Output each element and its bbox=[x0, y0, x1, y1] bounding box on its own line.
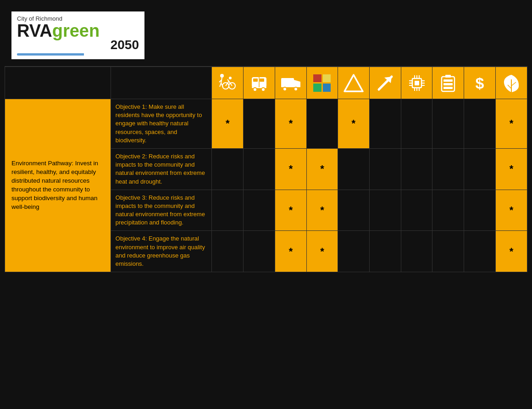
objective-cell-3: Objective 3: Reduce risks and impacts to… bbox=[111, 190, 212, 231]
data-cell-r3-c9 bbox=[464, 190, 496, 231]
icon-cell-bus bbox=[244, 67, 275, 99]
data-cell-r2-c5 bbox=[338, 148, 369, 190]
data-cell-r4-c4: * bbox=[307, 231, 338, 272]
data-cell-r2-c8 bbox=[432, 148, 464, 190]
svg-point-16 bbox=[261, 88, 265, 91]
leaf-icon bbox=[499, 71, 523, 95]
logo-green: green bbox=[52, 22, 100, 39]
data-cell-r2-c1 bbox=[212, 148, 244, 190]
svg-point-15 bbox=[253, 88, 257, 91]
data-cell-r4-c1 bbox=[212, 231, 244, 272]
data-cell-r4-c10: * bbox=[496, 231, 527, 272]
data-cell-r1-c4 bbox=[307, 99, 338, 149]
data-cell-r2-c10: * bbox=[496, 148, 527, 190]
data-cell-r2-c7 bbox=[401, 148, 432, 190]
data-cell-r1-c3: * bbox=[275, 99, 307, 149]
logo-box: City of Richmond RVA green 2050 bbox=[11, 11, 144, 59]
data-cell-r3-c4: * bbox=[307, 190, 338, 231]
data-cell-r3-c6 bbox=[369, 190, 401, 231]
sq-blue bbox=[323, 84, 331, 92]
svg-point-0 bbox=[220, 74, 224, 78]
svg-point-22 bbox=[294, 87, 298, 91]
objective-cell-2: Objective 2: Reduce risks and impacts to… bbox=[111, 148, 212, 190]
sq-red bbox=[313, 74, 321, 83]
svg-rect-27 bbox=[415, 81, 419, 85]
icon-cell-arrow bbox=[369, 67, 401, 99]
data-cell-r4-c8 bbox=[432, 231, 464, 272]
data-cell-r4-c7 bbox=[401, 231, 432, 272]
svg-rect-42 bbox=[443, 87, 453, 89]
table-row: Environment Pathway: Invest in resilient… bbox=[5, 99, 527, 149]
objective-cell-1: Objective 1: Make sure all residents hav… bbox=[111, 99, 212, 149]
page-wrapper: City of Richmond RVA green 2050 bbox=[0, 0, 532, 409]
triangle-icon bbox=[342, 71, 366, 95]
bus-icon bbox=[247, 71, 271, 95]
data-cell-r1-c8 bbox=[432, 99, 464, 149]
data-cell-r1-c1: * bbox=[212, 99, 244, 149]
data-cell-r1-c2 bbox=[244, 99, 275, 149]
logo-year: 2050 bbox=[111, 38, 139, 52]
data-cell-r4-c6 bbox=[369, 231, 401, 272]
svg-line-9 bbox=[227, 79, 229, 81]
data-cell-r3-c3: * bbox=[275, 190, 307, 231]
data-cell-r2-c2 bbox=[244, 148, 275, 190]
svg-rect-13 bbox=[260, 78, 264, 82]
truck-icon bbox=[279, 71, 303, 95]
icon-header-row: $ bbox=[5, 67, 527, 99]
main-table: $ bbox=[5, 67, 527, 272]
icon-cell-battery bbox=[432, 67, 464, 99]
data-cell-r1-c6 bbox=[369, 99, 401, 149]
data-cell-r4-c3: * bbox=[275, 231, 307, 272]
data-cell-r2-c4: * bbox=[307, 148, 338, 190]
sq-yellow bbox=[323, 74, 331, 83]
svg-line-1 bbox=[221, 78, 222, 83]
data-cell-r4-c9 bbox=[464, 231, 496, 272]
data-cell-r1-c7 bbox=[401, 99, 432, 149]
svg-rect-18 bbox=[281, 78, 294, 86]
objective-cell-4: Objective 4: Engage the natural environm… bbox=[111, 231, 212, 272]
header-empty-pathway bbox=[5, 67, 111, 99]
icon-cell-grid bbox=[307, 67, 338, 99]
data-cell-r1-c10: * bbox=[496, 99, 527, 149]
svg-rect-44 bbox=[443, 79, 453, 82]
svg-text:$: $ bbox=[476, 74, 484, 92]
icon-cell-dollar: $ bbox=[464, 67, 496, 99]
battery-icon bbox=[436, 71, 460, 95]
data-cell-r3-c10: * bbox=[496, 190, 527, 231]
icon-cell-truck bbox=[275, 67, 307, 99]
data-cell-r4-c5 bbox=[338, 231, 369, 272]
data-cell-r2-c6 bbox=[369, 148, 401, 190]
dollar-icon: $ bbox=[468, 71, 492, 95]
svg-point-21 bbox=[283, 87, 287, 91]
header-empty-objective bbox=[111, 67, 212, 99]
data-cell-r3-c5 bbox=[338, 190, 369, 231]
grid-squares-icon bbox=[313, 74, 331, 92]
data-cell-r3-c2 bbox=[244, 190, 275, 231]
data-cell-r2-c3: * bbox=[275, 148, 307, 190]
svg-point-10 bbox=[229, 77, 232, 79]
svg-rect-12 bbox=[253, 78, 258, 82]
data-cell-r1-c9 bbox=[464, 99, 496, 149]
svg-marker-19 bbox=[294, 80, 300, 86]
circuit-icon bbox=[405, 71, 429, 95]
svg-line-2 bbox=[219, 80, 221, 82]
bike-walk-icon bbox=[216, 71, 239, 95]
svg-marker-23 bbox=[344, 75, 363, 91]
svg-rect-43 bbox=[443, 83, 453, 85]
svg-rect-41 bbox=[445, 75, 451, 78]
data-cell-r1-c5: * bbox=[338, 99, 369, 149]
data-cell-r3-c8 bbox=[432, 190, 464, 231]
icon-cell-leaf bbox=[496, 67, 527, 99]
data-cell-r2-c9 bbox=[464, 148, 496, 190]
sq-green bbox=[313, 84, 321, 92]
icon-cell-bike-walk bbox=[212, 67, 244, 99]
data-cell-r3-c1 bbox=[212, 190, 244, 231]
data-cell-r4-c2 bbox=[244, 231, 275, 272]
data-cell-r3-c7 bbox=[401, 190, 432, 231]
icon-cell-circuit bbox=[401, 67, 432, 99]
pathway-cell: Environment Pathway: Invest in resilient… bbox=[5, 99, 111, 272]
logo-rva: RVA bbox=[17, 22, 52, 39]
logo-section: City of Richmond RVA green 2050 bbox=[5, 5, 527, 67]
icon-cell-triangle bbox=[338, 67, 369, 99]
arrow-icon bbox=[373, 71, 397, 95]
